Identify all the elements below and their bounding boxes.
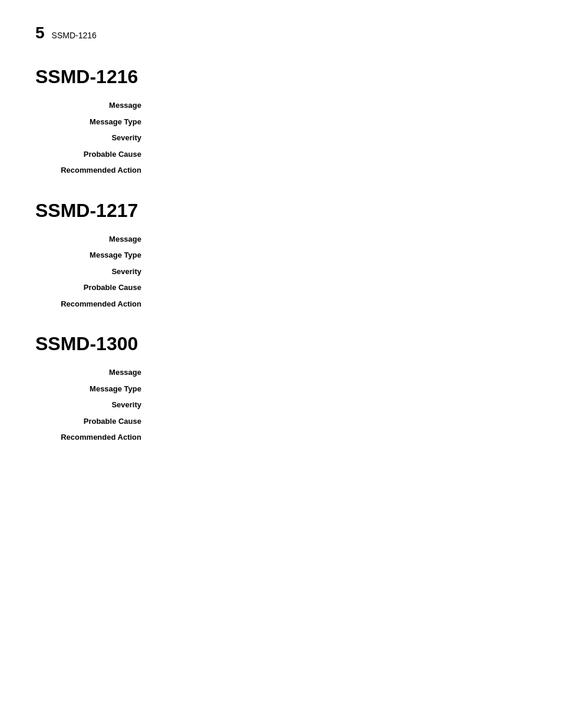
field-label-ssmd-1300-4: Recommended Action [35, 431, 153, 443]
field-row-ssmd-1300-1: Message Type [35, 383, 527, 395]
field-label-ssmd-1300-0: Message [35, 367, 153, 378]
field-row-ssmd-1217-3: Probable Cause [35, 282, 527, 294]
field-label-ssmd-1216-3: Probable Cause [35, 149, 153, 160]
field-label-ssmd-1217-3: Probable Cause [35, 282, 153, 294]
section-title-ssmd-1216: SSMD-1216 [35, 66, 527, 88]
field-label-ssmd-1216-0: Message [35, 100, 153, 111]
sections-container: SSMD-1216MessageMessage TypeSeverityProb… [35, 66, 527, 443]
section-ssmd-1300: SSMD-1300MessageMessage TypeSeverityProb… [35, 333, 527, 443]
section-ssmd-1217: SSMD-1217MessageMessage TypeSeverityProb… [35, 200, 527, 310]
field-label-ssmd-1216-4: Recommended Action [35, 164, 153, 176]
field-value-ssmd-1216-1 [153, 116, 527, 128]
field-label-ssmd-1217-4: Recommended Action [35, 298, 153, 310]
field-value-ssmd-1216-2 [153, 132, 527, 144]
field-value-ssmd-1300-1 [153, 383, 527, 395]
field-row-ssmd-1300-4: Recommended Action [35, 431, 527, 443]
page-header: 5 SSMD-1216 [35, 24, 527, 42]
field-value-ssmd-1300-3 [153, 416, 527, 427]
field-label-ssmd-1217-0: Message [35, 233, 153, 245]
field-row-ssmd-1217-4: Recommended Action [35, 298, 527, 310]
field-value-ssmd-1217-2 [153, 266, 527, 278]
field-value-ssmd-1300-2 [153, 399, 527, 411]
field-value-ssmd-1300-0 [153, 367, 527, 378]
field-row-ssmd-1216-2: Severity [35, 132, 527, 144]
field-label-ssmd-1216-2: Severity [35, 132, 153, 144]
field-row-ssmd-1300-3: Probable Cause [35, 416, 527, 427]
field-value-ssmd-1217-1 [153, 249, 527, 261]
field-label-ssmd-1217-2: Severity [35, 266, 153, 278]
page-number: 5 [35, 24, 45, 42]
field-row-ssmd-1300-0: Message [35, 367, 527, 378]
field-value-ssmd-1217-3 [153, 282, 527, 294]
field-value-ssmd-1216-0 [153, 100, 527, 111]
field-value-ssmd-1217-4 [153, 298, 527, 310]
field-row-ssmd-1217-1: Message Type [35, 249, 527, 261]
section-title-ssmd-1217: SSMD-1217 [35, 200, 527, 222]
field-row-ssmd-1216-1: Message Type [35, 116, 527, 128]
field-value-ssmd-1300-4 [153, 431, 527, 443]
field-label-ssmd-1300-2: Severity [35, 399, 153, 411]
field-row-ssmd-1217-2: Severity [35, 266, 527, 278]
field-label-ssmd-1300-1: Message Type [35, 383, 153, 395]
section-ssmd-1216: SSMD-1216MessageMessage TypeSeverityProb… [35, 66, 527, 176]
field-value-ssmd-1217-0 [153, 233, 527, 245]
field-label-ssmd-1216-1: Message Type [35, 116, 153, 128]
field-label-ssmd-1300-3: Probable Cause [35, 416, 153, 427]
page-title-header: SSMD-1216 [52, 31, 97, 40]
field-row-ssmd-1216-3: Probable Cause [35, 149, 527, 160]
section-title-ssmd-1300: SSMD-1300 [35, 333, 527, 355]
field-row-ssmd-1300-2: Severity [35, 399, 527, 411]
field-row-ssmd-1217-0: Message [35, 233, 527, 245]
field-row-ssmd-1216-0: Message [35, 100, 527, 111]
field-value-ssmd-1216-4 [153, 164, 527, 176]
field-value-ssmd-1216-3 [153, 149, 527, 160]
field-label-ssmd-1217-1: Message Type [35, 249, 153, 261]
field-row-ssmd-1216-4: Recommended Action [35, 164, 527, 176]
